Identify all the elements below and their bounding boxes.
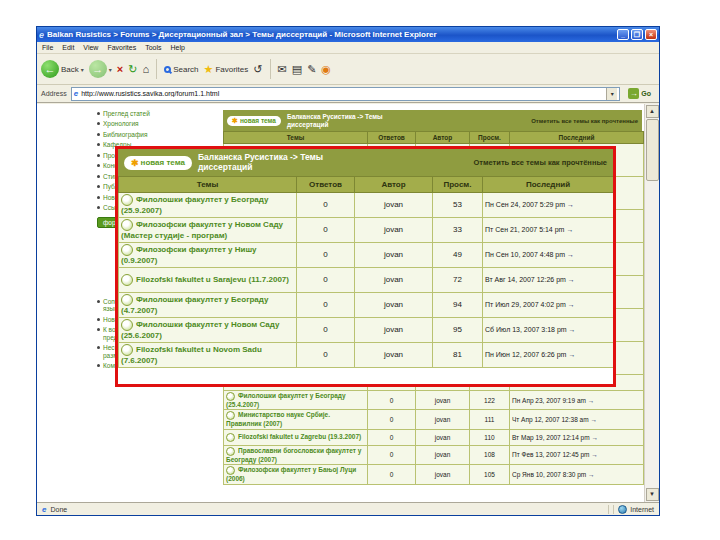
menu-edit[interactable]: Edit	[62, 44, 74, 51]
last-post: Пн Апр 23, 2007 9:19 am →	[510, 391, 644, 410]
vertical-scrollbar[interactable]: ▲ ▼	[644, 104, 659, 502]
menu-favorites[interactable]: Favorites	[107, 44, 136, 51]
scrollbar-thumb[interactable]	[646, 119, 659, 181]
bullet-icon	[97, 185, 100, 188]
topic-row: Филозофски факултет у Нишу (0.9.2007)0jo…	[119, 243, 614, 268]
scroll-up-icon[interactable]: ▲	[646, 105, 659, 118]
title-bar[interactable]: e Balkan Rusistics > Forums > Дисертацио…	[37, 27, 659, 42]
sidebar-item[interactable]: Преглед статей	[97, 110, 211, 117]
author-link[interactable]: jovan	[435, 416, 451, 423]
author-link[interactable]: jovan	[384, 300, 403, 309]
replies-count: 0	[297, 243, 355, 268]
overlay-mark-all-read-link[interactable]: Отметить все темы как прочтённые	[473, 158, 607, 167]
search-button[interactable]: Search	[164, 65, 198, 74]
menu-help[interactable]: Help	[171, 44, 185, 51]
last-post-date: Вт Авг 14, 2007 12:26 pm	[485, 276, 568, 283]
topic-row: Филолошки факултет у Београду (25.4.2007…	[224, 391, 644, 410]
goto-last-post-icon[interactable]: →	[566, 226, 573, 233]
edit-button[interactable]: ✎	[307, 64, 316, 75]
topic-link[interactable]: Филолошки факултет у Новом Саду (25.6.20…	[121, 321, 279, 341]
favorites-button[interactable]: ★ Favorites	[204, 63, 249, 76]
goto-last-post-icon[interactable]: →	[569, 326, 576, 333]
maximize-button[interactable]: ❐	[631, 29, 643, 40]
goto-last-post-icon[interactable]: →	[588, 471, 595, 478]
go-button[interactable]: → Go	[624, 87, 655, 101]
internet-zone: Internet	[618, 505, 654, 514]
bullet-icon	[97, 143, 100, 146]
stop-button[interactable]: ×	[117, 64, 123, 75]
last-post-date: Вт Мар 19, 2007 12:14 pm	[512, 434, 591, 441]
forward-button[interactable]: → ▾	[89, 60, 112, 78]
author-link[interactable]: jovan	[384, 225, 403, 234]
goto-last-post-icon[interactable]: →	[590, 416, 597, 423]
column-header-views: Просм.	[433, 177, 483, 193]
goto-last-post-icon[interactable]: →	[568, 301, 575, 308]
bullet-icon	[97, 196, 100, 199]
goto-last-post-icon[interactable]: →	[591, 451, 598, 458]
topic-link[interactable]: Filozofski fakultet u Novom Sadu (7.6.20…	[121, 346, 262, 366]
print-button[interactable]: ▤	[292, 64, 302, 75]
topic-link[interactable]: Filozofski fakultet u Sarajevu (11.7.200…	[136, 275, 289, 284]
author-link[interactable]: jovan	[384, 275, 403, 284]
menu-file[interactable]: File	[42, 44, 53, 51]
topic-link[interactable]: Филолошки факултет у Београду (25.4.2007…	[226, 392, 346, 408]
menu-tools[interactable]: Tools	[145, 44, 161, 51]
topic-icon	[226, 447, 235, 456]
forward-dropdown-icon[interactable]: ▾	[109, 66, 112, 73]
last-post: Пт Сен 21, 2007 5:14 pm →	[483, 218, 614, 243]
topic-link[interactable]: Filozofski fakultet u Zagrebu (19.3.2007…	[238, 433, 361, 440]
back-dropdown-icon[interactable]: ▾	[81, 66, 84, 73]
topic-row: Filozofski fakultet u Zagrebu (19.3.2007…	[224, 429, 644, 445]
goto-last-post-icon[interactable]: →	[567, 251, 574, 258]
author-link[interactable]: jovan	[435, 471, 451, 478]
goto-last-post-icon[interactable]: →	[568, 276, 575, 283]
goto-last-post-icon[interactable]: →	[588, 397, 595, 404]
author-link[interactable]: jovan	[435, 434, 451, 441]
new-topic-button[interactable]: ✱ новая тема	[227, 116, 281, 126]
topic-link[interactable]: Филозофски факултет у Нишу (0.9.2007)	[121, 246, 257, 266]
goto-last-post-icon[interactable]: →	[591, 434, 598, 441]
toolbar-separator	[270, 59, 271, 79]
last-post: Пн Июн 12, 2007 6:26 pm →	[483, 343, 614, 368]
goto-last-post-icon[interactable]: →	[568, 351, 575, 358]
topic-row: Filozofski fakultet u Novom Sadu (7.6.20…	[119, 343, 614, 368]
replies-count: 0	[297, 193, 355, 218]
mail-button[interactable]: ✉	[278, 64, 287, 75]
topic-link[interactable]: Министарство науке Србије. Правилник (20…	[226, 412, 330, 428]
topic-link[interactable]: Филозофски факултет у Новом Саду (Мастер…	[121, 221, 283, 241]
messenger-button[interactable]: ◉	[321, 64, 331, 75]
views-count: 94	[433, 293, 483, 318]
scroll-down-icon[interactable]: ▼	[646, 488, 659, 501]
back-button[interactable]: ← Back ▾	[41, 60, 84, 78]
forum-header-band: ✱ новая тема Балканска Русистика -> Темы…	[223, 110, 642, 131]
menu-view[interactable]: View	[83, 44, 98, 51]
overlay-new-topic-button[interactable]: ✱ новая тема	[124, 156, 192, 170]
views-count: 110	[470, 429, 510, 445]
last-post: Ср Янв 10, 2007 8:30 pm →	[510, 465, 644, 484]
topic-link[interactable]: Филолошки факултет у Београду (25.9.2007…	[121, 196, 268, 216]
close-button[interactable]: ×	[645, 29, 657, 40]
topic-row: Филозофски факултет у Бањој Луци (2006)0…	[224, 465, 644, 484]
last-post-date: Пн Сен 10, 2007 4:48 pm	[485, 251, 567, 258]
minimize-button[interactable]: _	[617, 29, 629, 40]
history-button[interactable]: ↺	[253, 64, 262, 75]
topic-link[interactable]: Филозофски факултет у Бањој Луци (2006)	[226, 467, 356, 483]
author-link[interactable]: jovan	[435, 451, 451, 458]
topic-link[interactable]: Филолошки факултет у Београду (4.7.2007)	[121, 296, 268, 316]
author-link[interactable]: jovan	[384, 350, 403, 359]
address-input[interactable]: e http://www.rusistics.savika.org/forum1…	[71, 87, 621, 101]
last-post: Чт Апр 12, 2007 12:38 am →	[510, 410, 644, 429]
author-link[interactable]: jovan	[435, 397, 451, 404]
home-button[interactable]: ⌂	[142, 64, 149, 75]
topic-link[interactable]: Православни богословски факултет у Беогр…	[226, 447, 361, 463]
address-dropdown-icon[interactable]: ▾	[606, 88, 617, 100]
author-link[interactable]: jovan	[384, 325, 403, 334]
goto-last-post-icon[interactable]: →	[567, 201, 574, 208]
sidebar-item[interactable]: Хронология	[97, 120, 211, 127]
refresh-button[interactable]: ↻	[128, 64, 137, 75]
mark-all-read-link[interactable]: Отметить все темы как прочтенные	[531, 118, 638, 124]
author-link[interactable]: jovan	[384, 200, 403, 209]
author-link[interactable]: jovan	[384, 250, 403, 259]
topic-icon	[121, 319, 133, 331]
sidebar-item[interactable]: Библиография	[97, 131, 211, 138]
